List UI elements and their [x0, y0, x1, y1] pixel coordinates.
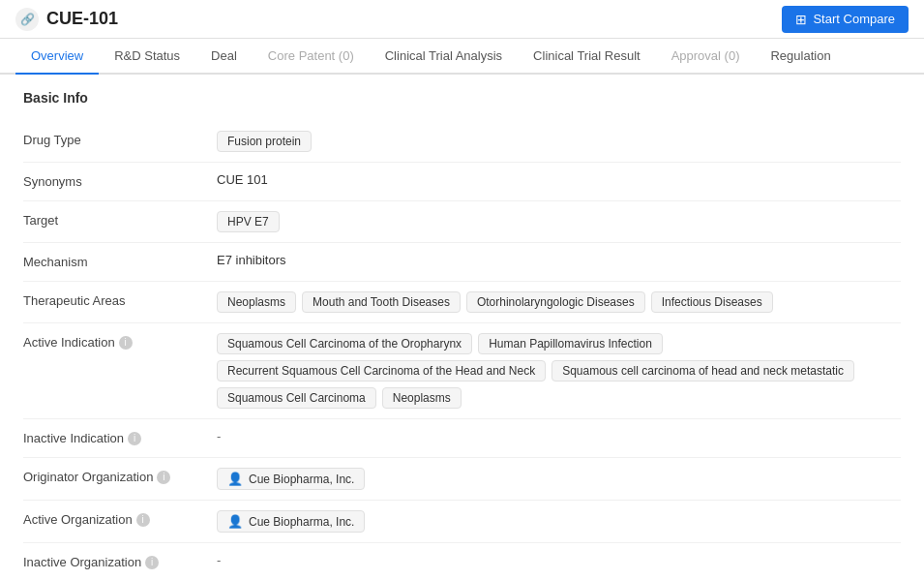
field-value-drug-type: Fusion protein — [217, 131, 901, 152]
field-label-therapeutic-areas: Therapeutic Areas — [23, 291, 217, 308]
field-value-inactive-organization: - — [217, 553, 901, 567]
field-value-inactive-indication: - — [217, 429, 901, 443]
info-icon-active-organization[interactable]: i — [136, 513, 150, 527]
tag[interactable]: Fusion protein — [217, 131, 312, 152]
field-value-synonyms: CUE 101 — [217, 172, 901, 187]
field-value-target: HPV E7 — [217, 211, 901, 232]
tag[interactable]: Recurrent Squamous Cell Carcinoma of the… — [217, 360, 546, 382]
field-label-active-indication: Active Indicationi — [23, 333, 217, 350]
field-row-originator-organization: Originator Organizationi👤Cue Biopharma, … — [23, 458, 901, 501]
field-label-inactive-indication: Inactive Indicationi — [23, 429, 217, 445]
nav-tab-overview[interactable]: Overview — [15, 39, 99, 75]
field-value-active-organization: 👤Cue Biopharma, Inc. — [217, 510, 901, 533]
nav-tab-rd-status[interactable]: R&D Status — [99, 39, 195, 75]
field-label-drug-type: Drug Type — [23, 131, 217, 147]
drug-title: CUE-101 — [46, 9, 118, 29]
field-value-therapeutic-areas: NeoplasmsMouth and Tooth DiseasesOtorhin… — [217, 291, 901, 313]
field-value-mechanism: E7 inhibitors — [217, 253, 901, 267]
field-row-mechanism: MechanismE7 inhibitors — [23, 243, 901, 282]
field-row-synonyms: SynonymsCUE 101 — [23, 163, 901, 201]
tag[interactable]: Squamous Cell Carcinoma of the Oropharyn… — [217, 333, 472, 354]
field-row-inactive-organization: Inactive Organizationi- — [23, 543, 901, 573]
header: 🔗 CUE-101 ⊞ Start Compare — [0, 0, 924, 39]
compare-icon: ⊞ — [795, 12, 807, 27]
field-label-active-organization: Active Organizationi — [23, 510, 217, 527]
nav-tabs: OverviewR&D StatusDealCore Patent (0)Cli… — [0, 39, 924, 75]
field-row-drug-type: Drug TypeFusion protein — [23, 121, 901, 163]
start-compare-label: Start Compare — [813, 12, 895, 26]
info-icon-inactive-indication[interactable]: i — [128, 432, 141, 445]
info-icon-inactive-organization[interactable]: i — [145, 556, 159, 569]
org-icon: 👤 — [227, 472, 243, 486]
field-label-inactive-organization: Inactive Organizationi — [23, 553, 217, 569]
tag[interactable]: HPV E7 — [217, 211, 280, 232]
org-item[interactable]: 👤Cue Biopharma, Inc. — [217, 510, 365, 533]
tag[interactable]: Infectious Diseases — [651, 291, 773, 313]
drug-icon: 🔗 — [15, 8, 39, 31]
field-row-inactive-indication: Inactive Indicationi- — [23, 419, 901, 458]
tag[interactable]: Neoplasms — [217, 291, 296, 313]
tag[interactable]: Squamous Cell Carcinoma — [217, 387, 376, 409]
field-value-originator-organization: 👤Cue Biopharma, Inc. — [217, 468, 901, 490]
tag[interactable]: Neoplasms — [382, 387, 462, 409]
nav-tab-clinical-trial-analysis[interactable]: Clinical Trial Analysis — [370, 39, 518, 75]
nav-tab-deal[interactable]: Deal — [195, 39, 253, 75]
fields-container: Drug TypeFusion proteinSynonymsCUE 101Ta… — [23, 121, 901, 573]
nav-tab-approval: Approval (0) — [656, 39, 756, 75]
header-left: 🔗 CUE-101 — [15, 8, 118, 31]
field-row-therapeutic-areas: Therapeutic AreasNeoplasmsMouth and Toot… — [23, 282, 901, 323]
tag[interactable]: Otorhinolaryngologic Diseases — [466, 291, 645, 313]
main-content: Basic Info Drug TypeFusion proteinSynony… — [0, 75, 924, 573]
field-label-target: Target — [23, 211, 217, 228]
field-label-mechanism: Mechanism — [23, 253, 217, 269]
org-icon: 👤 — [227, 514, 243, 529]
info-icon-originator-organization[interactable]: i — [157, 471, 170, 484]
field-value-active-indication: Squamous Cell Carcinoma of the Oropharyn… — [217, 333, 901, 409]
info-icon-active-indication[interactable]: i — [119, 336, 133, 350]
nav-tab-regulation[interactable]: Regulation — [755, 39, 846, 75]
field-label-synonyms: Synonyms — [23, 172, 217, 189]
tag[interactable]: Mouth and Tooth Diseases — [302, 291, 461, 313]
nav-tab-clinical-trial-result[interactable]: Clinical Trial Result — [518, 39, 656, 75]
field-row-active-indication: Active IndicationiSquamous Cell Carcinom… — [23, 323, 901, 419]
tag[interactable]: Squamous cell carcinoma of head and neck… — [551, 360, 854, 382]
tag[interactable]: Human Papillomavirus Infection — [478, 333, 663, 354]
start-compare-button[interactable]: ⊞ Start Compare — [782, 6, 909, 33]
field-row-active-organization: Active Organizationi👤Cue Biopharma, Inc. — [23, 501, 901, 543]
section-title: Basic Info — [23, 90, 901, 106]
field-label-originator-organization: Originator Organizationi — [23, 468, 217, 484]
org-item[interactable]: 👤Cue Biopharma, Inc. — [217, 468, 365, 490]
nav-tab-core-patent: Core Patent (0) — [253, 39, 370, 75]
field-row-target: TargetHPV E7 — [23, 201, 901, 243]
